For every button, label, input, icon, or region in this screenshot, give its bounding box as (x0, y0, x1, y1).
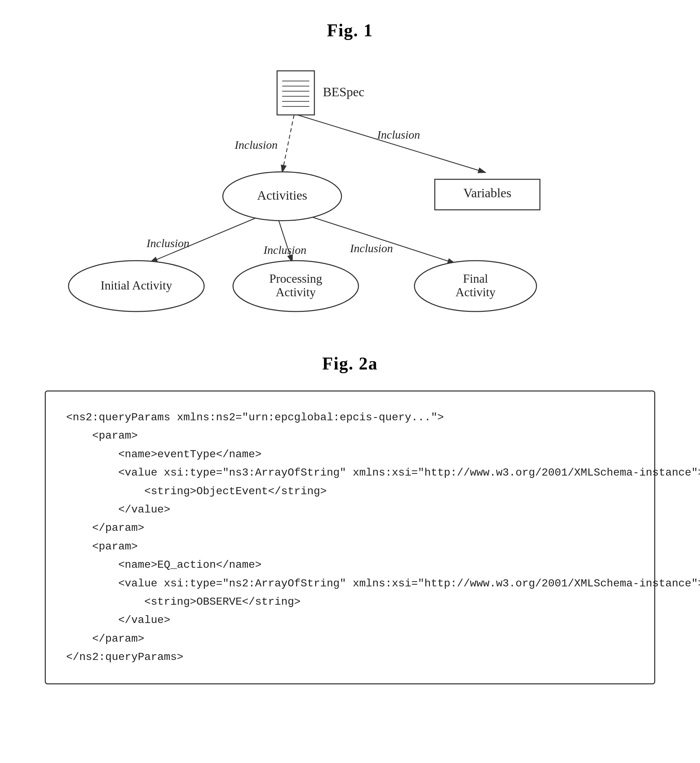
fig2a-title: Fig. 2a (322, 354, 378, 373)
svg-line-16 (313, 217, 455, 264)
svg-text:Inclusion: Inclusion (234, 139, 278, 151)
svg-line-8 (282, 115, 294, 173)
fig1-diagram: BESpec Inclusion Inclusion Activities Va… (45, 61, 655, 326)
variables-label: Variables (463, 186, 511, 200)
svg-text:Inclusion: Inclusion (146, 237, 189, 250)
processing-activity-label2: Activity (276, 286, 316, 299)
svg-text:Inclusion: Inclusion (350, 242, 393, 254)
code-box: <ns2:queryParams xmlns:ns2="urn:epcgloba… (45, 390, 655, 684)
svg-line-9 (297, 115, 486, 173)
svg-text:Inclusion: Inclusion (263, 244, 306, 256)
activities-label: Activities (257, 188, 307, 202)
final-activity-label2: Activity (455, 286, 495, 299)
bespec-label: BESpec (323, 85, 364, 99)
code-content: <ns2:queryParams xmlns:ns2="urn:epcgloba… (66, 409, 634, 666)
fig1-title: Fig. 1 (327, 20, 373, 41)
processing-activity-label1: Processing (269, 272, 322, 286)
svg-text:Inclusion: Inclusion (377, 128, 420, 141)
final-activity-label1: Final (463, 272, 488, 286)
svg-rect-1 (277, 71, 314, 115)
initial-activity-label: Initial Activity (101, 279, 172, 292)
